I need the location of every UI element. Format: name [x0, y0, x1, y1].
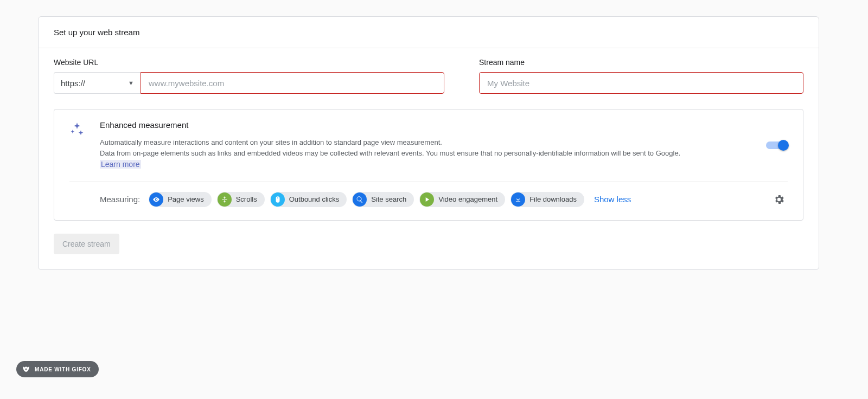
url-input-row: https:// ▼: [54, 72, 444, 94]
measuring-chip: Outbound clicks: [270, 192, 347, 207]
show-less-button[interactable]: Show less: [594, 195, 631, 204]
stream-name-input[interactable]: [479, 72, 803, 94]
fox-icon: [22, 365, 30, 374]
measuring-chip: Site search: [352, 192, 414, 207]
enhanced-description: Automatically measure interactions and c…: [100, 137, 697, 171]
measuring-chip: Video engagement: [419, 192, 505, 207]
sparkle-icon: [69, 121, 100, 137]
measuring-row: Measuring: Page viewsScrollsOutbound cli…: [69, 192, 788, 207]
measuring-chip: Page views: [149, 192, 211, 207]
chevron-down-icon: ▼: [128, 80, 134, 86]
chip-label: Page views: [168, 195, 203, 203]
create-stream-button[interactable]: Create stream: [54, 234, 119, 254]
measuring-chip: File downloads: [510, 192, 584, 207]
download-icon: [511, 192, 525, 207]
web-stream-setup-card: Set up your web stream Website URL https…: [38, 16, 819, 270]
website-url-input[interactable]: [141, 72, 444, 94]
chip-label: File downloads: [529, 195, 577, 203]
gifox-badge: MADE WITH GIFOX: [16, 361, 99, 377]
panel-divider: [69, 182, 788, 182]
stream-name-label: Stream name: [479, 58, 803, 67]
search-icon: [353, 192, 367, 207]
chip-label: Scrolls: [236, 195, 257, 203]
mouse-icon: [271, 192, 285, 207]
measuring-chip: Scrolls: [217, 192, 265, 207]
measuring-label: Measuring:: [100, 195, 140, 204]
learn-more-link[interactable]: Learn more: [100, 160, 141, 169]
protocol-select[interactable]: https:// ▼: [54, 72, 141, 94]
enhanced-measurement-panel: Enhanced measurement Automatically measu…: [54, 109, 803, 221]
chip-label: Site search: [371, 195, 406, 203]
card-title: Set up your web stream: [39, 17, 819, 48]
protocol-value: https://: [61, 79, 85, 88]
chip-label: Outbound clicks: [289, 195, 340, 203]
website-url-field-group: Website URL https:// ▼: [54, 58, 444, 94]
enhanced-toggle[interactable]: [766, 140, 788, 151]
gear-icon: [773, 194, 785, 205]
chip-label: Video engagement: [438, 195, 497, 203]
form-row: Website URL https:// ▼ Stream name: [39, 48, 819, 109]
svg-point-0: [156, 199, 157, 200]
play-icon: [420, 192, 434, 207]
settings-button[interactable]: [770, 191, 788, 208]
stream-name-field-group: Stream name: [479, 58, 803, 94]
eye-icon: [149, 192, 163, 207]
badge-text: MADE WITH GIFOX: [35, 366, 91, 372]
scroll-icon: [218, 192, 232, 207]
enhanced-title: Enhanced measurement: [100, 120, 788, 130]
website-url-label: Website URL: [54, 58, 444, 67]
